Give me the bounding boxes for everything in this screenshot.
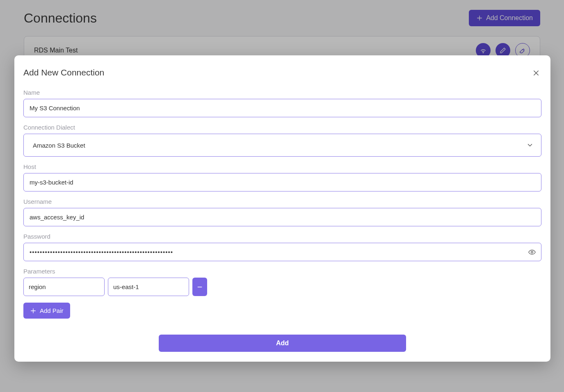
svg-point-5 (531, 251, 533, 253)
password-label: Password (23, 233, 541, 240)
field-password: Password (23, 233, 541, 261)
dialect-label: Connection Dialect (23, 124, 541, 131)
field-username: Username (23, 198, 541, 226)
parameter-value-input[interactable] (108, 278, 189, 296)
name-label: Name (23, 89, 541, 96)
dialect-select[interactable]: Amazon S3 Bucket (23, 134, 541, 157)
close-icon (532, 69, 540, 77)
modal-title: Add New Connection (23, 68, 104, 77)
modal-form: Name Connection Dialect Amazon S3 Bucket… (23, 89, 541, 329)
host-label: Host (23, 163, 541, 170)
username-input[interactable] (23, 208, 541, 226)
host-input[interactable] (23, 173, 541, 191)
add-pair-label: Add Pair (40, 307, 64, 314)
username-label: Username (23, 198, 541, 205)
add-connection-modal: Add New Connection Name Connection Diale… (14, 55, 550, 362)
modal-footer: Add (23, 335, 541, 352)
add-pair-button[interactable]: Add Pair (23, 303, 70, 319)
parameter-key-input[interactable] (23, 278, 105, 296)
dialect-value: Amazon S3 Bucket (33, 142, 85, 149)
modal-header: Add New Connection (23, 68, 541, 78)
chevron-down-icon (526, 141, 534, 149)
field-host: Host (23, 163, 541, 191)
field-dialect: Connection Dialect Amazon S3 Bucket (23, 124, 541, 157)
parameter-row (23, 278, 541, 296)
field-parameters: Parameters Add Pair (23, 268, 541, 319)
toggle-password-visibility-button[interactable] (528, 248, 536, 256)
name-input[interactable] (23, 99, 541, 117)
password-input[interactable] (23, 243, 541, 261)
close-modal-button[interactable] (531, 68, 541, 78)
submit-add-button[interactable]: Add (159, 335, 406, 352)
minus-icon (196, 284, 203, 290)
remove-pair-button[interactable] (192, 278, 207, 296)
password-wrap (23, 243, 541, 261)
eye-icon (528, 248, 536, 256)
plus-icon (30, 308, 37, 314)
field-name: Name (23, 89, 541, 117)
parameters-label: Parameters (23, 268, 541, 275)
